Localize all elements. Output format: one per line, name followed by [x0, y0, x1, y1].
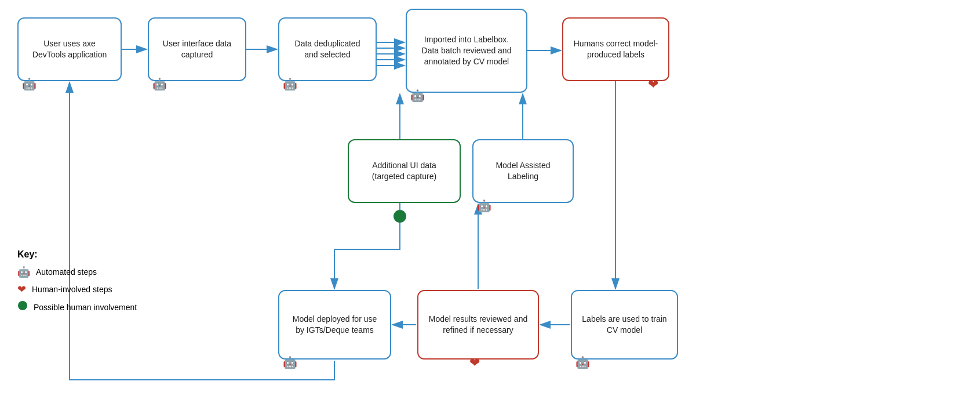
- key-circle-icon: [17, 300, 28, 314]
- heart-icon-2: ❤: [469, 355, 480, 371]
- node-additional-ui: Additional UI data (targeted capture): [348, 139, 461, 203]
- diagram-container: User uses axe DevTools application 🤖 Use…: [0, 0, 980, 403]
- robot-icon-6: 🤖: [283, 355, 297, 369]
- key-heart-icon: ❤: [17, 283, 26, 296]
- key-section: Key: 🤖 Automated steps ❤ Human-involved …: [17, 249, 137, 318]
- robot-icon-4: 🤖: [410, 89, 425, 103]
- node-labels-train: Labels are used to train CV model: [571, 290, 678, 360]
- node-ui-capture: User interface data captured: [148, 17, 246, 81]
- robot-icon-5: 🤖: [477, 199, 491, 213]
- node-labelbox: Imported into Labelbox. Data batch revie…: [406, 9, 527, 93]
- node-model-deployed: Model deployed for use by IGTs/Deque tea…: [278, 290, 391, 360]
- node-user-axe: User uses axe DevTools application: [17, 17, 122, 81]
- key-item-automated: 🤖 Automated steps: [17, 266, 137, 278]
- node-humans-correct: Humans correct model-produced labels: [562, 17, 669, 81]
- key-item-possible: Possible human involvement: [17, 300, 137, 314]
- robot-icon-1: 🤖: [22, 77, 37, 91]
- node-model-assisted: Model Assisted Labeling: [472, 139, 574, 203]
- key-item-human: ❤ Human-involved steps: [17, 283, 137, 296]
- robot-icon-3: 🤖: [283, 77, 297, 91]
- key-robot-icon: 🤖: [17, 266, 30, 278]
- heart-icon-1: ❤: [648, 77, 658, 92]
- node-model-results: Model results reviewed and refined if ne…: [417, 290, 539, 360]
- green-circle-icon: [394, 210, 406, 223]
- robot-icon-2: 🤖: [152, 77, 167, 91]
- key-title: Key:: [17, 249, 137, 260]
- node-data-dedup: Data deduplicated and selected: [278, 17, 377, 81]
- svg-point-16: [18, 301, 27, 310]
- robot-icon-7: 🤖: [575, 355, 590, 369]
